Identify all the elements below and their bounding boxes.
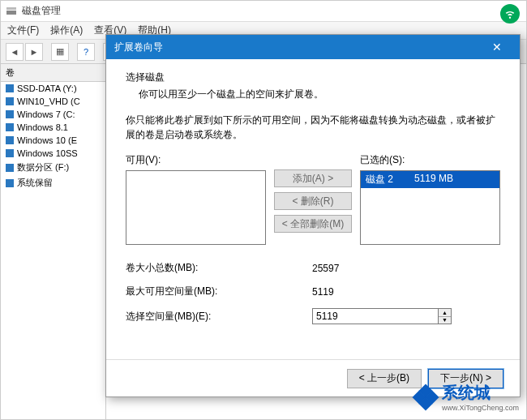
selected-label: 已选的(S):	[360, 153, 500, 167]
total-size-label: 卷大小总数(MB):	[126, 261, 312, 275]
close-button[interactable]: ✕	[482, 35, 512, 59]
selected-column: 已选的(S): 磁盘 2 5119 MB	[360, 153, 500, 245]
menu-action[interactable]: 操作(A)	[50, 24, 83, 37]
spinner-up[interactable]: ▲	[439, 309, 451, 317]
extend-volume-wizard: 扩展卷向导 ✕ 选择磁盘 你可以用至少一个磁盘上的空间来扩展卷。 你只能将此卷扩…	[105, 34, 521, 397]
back-button[interactable]: < 上一步(B)	[347, 369, 422, 388]
volume-label: SSD-DATA (Y:)	[17, 84, 77, 93]
select-size-input[interactable]	[312, 308, 439, 324]
remove-all-button[interactable]: < 全部删除(M)	[274, 215, 352, 233]
svg-rect-0	[6, 11, 16, 15]
volume-item[interactable]: Windows 10SS	[1, 147, 105, 160]
disk-select-area: 可用(V): 添加(A) > < 删除(R) < 全部删除(M) 已选的(S):…	[126, 153, 500, 245]
app-icon	[6, 6, 17, 17]
wifi-icon[interactable]	[500, 4, 520, 24]
remove-button[interactable]: < 删除(R)	[274, 192, 352, 210]
selected-item[interactable]: 磁盘 2 5119 MB	[361, 171, 499, 188]
available-listbox[interactable]	[126, 170, 266, 245]
volume-item[interactable]: 系统保留	[1, 175, 105, 191]
volume-item[interactable]: SSD-DATA (Y:)	[1, 82, 105, 95]
volume-label: Windows 10 (E	[17, 135, 77, 145]
watermark-url: www.XiTongCheng.com	[442, 404, 519, 412]
volume-header: 卷	[1, 64, 105, 82]
volume-stripe-icon	[6, 164, 14, 172]
wizard-description: 你只能将此卷扩展到如下所示的可用空间，因为不能将磁盘转换为动态磁盘，或者被扩展的…	[126, 113, 500, 142]
app-title: 磁盘管理	[22, 4, 61, 18]
volume-stripe-icon	[6, 84, 14, 92]
available-column: 可用(V):	[126, 153, 266, 245]
wizard-title: 扩展卷向导	[114, 41, 163, 54]
wizard-subheading: 你可以用至少一个磁盘上的空间来扩展卷。	[139, 88, 500, 101]
select-size-label: 选择空间量(MB)(E):	[126, 310, 312, 324]
wizard-heading: 选择磁盘	[126, 71, 500, 84]
selected-listbox[interactable]: 磁盘 2 5119 MB	[360, 170, 500, 245]
tool-help[interactable]: ?	[77, 43, 95, 61]
volume-stripe-icon	[6, 179, 14, 187]
volume-item[interactable]: Windows 7 (C:	[1, 108, 105, 121]
volume-label: Windows 7 (C:	[17, 109, 75, 119]
watermark-text: 系统城	[442, 382, 519, 404]
volume-panel: 卷 SSD-DATA (Y:)WIN10_VHD (CWindows 7 (C:…	[1, 64, 106, 419]
max-size-label: 最大可用空间量(MB):	[126, 285, 312, 298]
volume-stripe-icon	[6, 97, 14, 105]
available-label: 可用(V):	[126, 153, 266, 167]
volume-label: 数据分区 (F:)	[17, 161, 69, 174]
volume-label: 系统保留	[17, 177, 53, 189]
selected-disk: 磁盘 2	[366, 173, 414, 186]
volume-stripe-icon	[6, 123, 14, 131]
spinner-down[interactable]: ▼	[439, 317, 451, 324]
volume-label: WIN10_VHD (C	[17, 96, 80, 106]
volume-item[interactable]: Windows 10 (E	[1, 134, 105, 147]
add-button[interactable]: 添加(A) >	[274, 169, 352, 187]
volume-item[interactable]: WIN10_VHD (C	[1, 95, 105, 108]
wizard-titlebar[interactable]: 扩展卷向导 ✕	[106, 35, 520, 59]
selected-size: 5119 MB	[414, 173, 453, 186]
select-size-spinner[interactable]: ▲ ▼	[312, 308, 452, 324]
main-titlebar: 磁盘管理	[1, 1, 526, 22]
transfer-buttons: 添加(A) > < 删除(R) < 全部删除(M)	[274, 153, 352, 233]
volume-item[interactable]: Windows 8.1	[1, 121, 105, 134]
wizard-body: 选择磁盘 你可以用至少一个磁盘上的空间来扩展卷。 你只能将此卷扩展到如下所示的可…	[106, 59, 520, 359]
volume-label: Windows 8.1	[17, 122, 68, 132]
volume-stripe-icon	[6, 136, 14, 144]
volume-label: Windows 10SS	[17, 148, 78, 158]
volume-item[interactable]: 数据分区 (F:)	[1, 160, 105, 175]
svg-rect-1	[6, 7, 16, 10]
tool-view[interactable]: ▦	[51, 43, 69, 61]
total-size-value: 25597	[312, 263, 339, 274]
max-size-value: 5119	[312, 286, 334, 298]
watermark-icon	[414, 386, 437, 409]
volume-stripe-icon	[6, 149, 14, 157]
tool-fwd[interactable]: ►	[25, 43, 43, 61]
tool-back[interactable]: ◄	[6, 43, 24, 61]
volume-stripe-icon	[6, 110, 14, 118]
watermark: 系统城 www.XiTongCheng.com	[414, 382, 519, 412]
size-form: 卷大小总数(MB): 25597 最大可用空间量(MB): 5119 选择空间量…	[126, 261, 500, 324]
menu-file[interactable]: 文件(F)	[7, 24, 39, 37]
